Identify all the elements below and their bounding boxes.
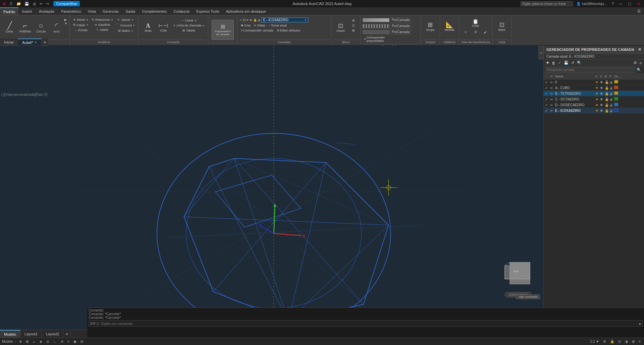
layer-row[interactable]: ✓✏B - TETRAEDRO☀❄🔓🖨 am.. [544, 91, 644, 96]
tab-extra[interactable]: ☰ [634, 7, 644, 15]
model-tab-modelo[interactable]: Modelo [0, 330, 20, 338]
tab-express[interactable]: Express Tools [193, 7, 222, 15]
otrack-btn[interactable]: ∟ [52, 340, 58, 343]
layer-lock-icon[interactable]: 🔓 [604, 109, 609, 113]
layer-print-icon[interactable]: 🖨 [609, 103, 613, 107]
layer-expand-btn[interactable]: » [538, 46, 544, 59]
osnap-btn[interactable]: ◎ [45, 340, 51, 343]
circulo-btn[interactable]: ○ Círculo [34, 17, 48, 38]
quick-save-btn[interactable]: 💾 [23, 2, 30, 6]
layer-color-swatch[interactable]: br.. [613, 86, 618, 90]
layer-on-icon[interactable]: ☀ [595, 92, 599, 95]
minimize-btn[interactable]: ─ [617, 1, 624, 6]
tab-parametrico[interactable]: Paramétrico [58, 7, 85, 15]
concord-btn[interactable]: ⌒ Concord ▼ [115, 22, 136, 28]
layer-color-swatch[interactable]: ver.. [613, 97, 618, 101]
model-tab-layout2[interactable]: Layout2 [42, 330, 63, 338]
search-box[interactable]: Digite palavra-chave ou frase [521, 1, 573, 6]
layer-filter-btn[interactable]: 🔍 [576, 60, 583, 65]
fullscreen-btn[interactable]: ⊞ [631, 340, 636, 343]
layer-print-icon[interactable]: 🖨 [609, 109, 613, 113]
layer-refresh-btn[interactable]: ↺ [570, 60, 575, 65]
tab-iniciar[interactable]: Iniciar [0, 39, 18, 46]
hardware-btn[interactable]: ⊡ [617, 340, 622, 343]
escala-btn[interactable]: ⤡ Matriz [90, 27, 114, 32]
layer-search-input[interactable] [545, 67, 635, 73]
layer-lock-icon[interactable]: 🔓 [604, 92, 609, 95]
tab-close-btn[interactable]: ✕ [35, 41, 37, 44]
polar-btn[interactable]: ◈ [38, 340, 44, 343]
tab-aplicativos[interactable]: Aplicativos em destaque [223, 7, 269, 15]
layer-color-swatch[interactable]: am.. [613, 91, 618, 95]
drawing-canvas[interactable]: [-][Vista personalizada][Raio X] [0, 46, 543, 338]
layer-lock-icon[interactable]: 🔓 [604, 103, 609, 107]
layer-on-icon[interactable]: ☀ [595, 97, 599, 101]
quick-open[interactable]: 📁 [15, 2, 22, 6]
tab-complementos[interactable]: Complementos [139, 7, 170, 15]
layer-color-swatch[interactable]: br.. [613, 80, 618, 84]
tab-gerenciar[interactable]: Gerenciar [99, 7, 122, 15]
linear-btn[interactable]: ↔ Linear ▼ [171, 18, 206, 23]
arco-btn[interactable]: ◜ Arco [49, 17, 64, 38]
layer-on-icon[interactable]: ☀ [595, 86, 599, 90]
layer-row[interactable]: ✓✏0☀❄🔓🖨 br.. [544, 79, 644, 85]
layer-save-btn[interactable]: 💾 [563, 60, 570, 65]
layer-print-icon[interactable]: 🖨 [609, 80, 613, 84]
corresponder-btn[interactable]: ≡ Corresponder camada [239, 28, 275, 33]
layer-freeze-icon[interactable]: ❄ [599, 80, 604, 84]
rotacionar-btn[interactable]: ↻ Rotacionar ▼ [90, 17, 114, 22]
anno-scale[interactable]: 1:1 ▼ [589, 340, 601, 343]
layer-expand-tree[interactable]: ≡ [639, 61, 643, 65]
editar-btn[interactable]: ✏ Editar [253, 23, 267, 28]
layer-row[interactable]: ✓✏C - OCTAEDRO☀❄🔓🖨 ver.. [544, 96, 644, 102]
matriz-btn[interactable]: ⊞ Matriz ▼ [115, 28, 136, 33]
layer-row[interactable]: ✓✏A - CUBO☀❄🔓🖨 br.. [544, 85, 644, 91]
model-tab-layout1[interactable]: Layout1 [20, 330, 42, 338]
layer-on-icon[interactable]: ☀ [595, 103, 599, 107]
propriedades-match-btn[interactable]: ≡ Corresponderpropriedades [363, 35, 386, 43]
layer-settings-btn[interactable]: ⚙ [633, 60, 638, 65]
vista-btn[interactable]: ⊡ Base [494, 17, 509, 36]
quick-print[interactable]: 🖨 [32, 2, 37, 6]
bloco-btn2[interactable]: ⊡ [349, 23, 358, 28]
prop-camada-btn[interactable]: ⊞ Propriedadesda camada [212, 20, 234, 40]
layer-color-swatch[interactable]: cia.. [613, 103, 618, 107]
command-expand-btn[interactable]: ▴ [639, 321, 641, 326]
medida-btn[interactable]: 📐 Medida [442, 17, 457, 36]
formatpintor-btn[interactable]: 🖌 [481, 29, 490, 34]
layer-lock-icon[interactable]: 🔓 [604, 80, 609, 84]
isolate-btn[interactable]: ◑ [624, 340, 629, 343]
por-camada-dropdown2[interactable]: PorCamada [390, 23, 411, 28]
transparency-btn[interactable]: ◉ [72, 340, 78, 343]
snap-btn[interactable]: ⊕ [18, 340, 23, 343]
dynin-btn[interactable]: ⊜ [59, 340, 65, 343]
criar-btn[interactable]: ✚ Criar [239, 23, 252, 28]
bloco-btn1[interactable]: ⊞ [349, 18, 358, 23]
select-filter-btn[interactable]: ⊟ [79, 340, 85, 343]
colar-btn[interactable]: 📋 Colar [461, 17, 490, 29]
layer-delete-btn[interactable]: 🗑 [551, 61, 556, 65]
command-input[interactable] [101, 322, 638, 326]
command-input-row[interactable]: ⊡✕ ▷ ▴ [89, 320, 643, 327]
maximize-btn[interactable]: □ [626, 1, 633, 6]
texto-btn[interactable]: A Texto [141, 17, 155, 38]
por-camada-dropdown1[interactable]: PorCamada [390, 17, 411, 22]
camada-dropdown[interactable]: E - ICOSAEDRO ▼ [261, 17, 308, 22]
redo-btn[interactable]: ↪ [45, 2, 50, 6]
editar-atributos-btn[interactable]: ⚙ Editar atributos [275, 28, 302, 33]
layer-on-icon[interactable]: ☀ [595, 80, 599, 84]
layer-lock-icon[interactable]: 🔓 [604, 97, 609, 101]
layer-row[interactable]: ✓✏D - DODECAEDRO☀❄🔓🖨 cia.. [544, 102, 644, 108]
navigation-cube[interactable]: TOP Não nomeado [500, 261, 537, 304]
mover-btn[interactable]: ✛ Mover ▼ [72, 17, 90, 22]
app-icon[interactable]: A [1, 1, 7, 6]
layer-new-btn[interactable]: ✚ [545, 60, 550, 65]
tab-anotacao[interactable]: Anotação [36, 7, 58, 15]
copiar2-btn[interactable]: ⧉ [471, 29, 480, 34]
layer-panel-close[interactable]: ✕ [638, 47, 641, 52]
help-btn[interactable]: ? [610, 2, 615, 6]
tabela-btn[interactable]: ⊞ Tabela [171, 28, 206, 33]
linha-chamada-btn[interactable]: ↗ Linha de chamada ▼ [171, 23, 206, 28]
recortar-btn[interactable]: ✂ [461, 29, 471, 34]
layer-print-icon[interactable]: 🖨 [609, 86, 613, 90]
